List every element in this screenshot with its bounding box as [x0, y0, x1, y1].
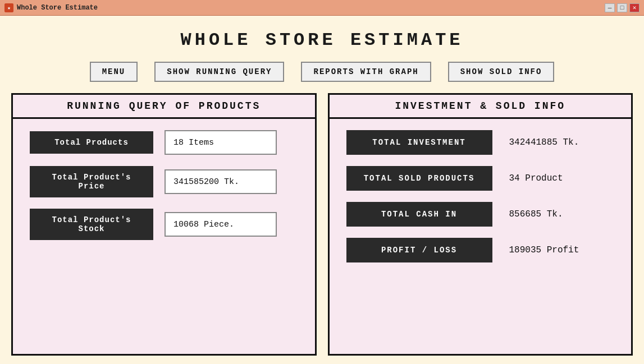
menu-button[interactable]: MENU [90, 62, 138, 82]
toolbar: MENU SHOW RUNNING QUERY REPORTS WITH GRA… [11, 62, 633, 82]
total-products-value: 18 Items [165, 130, 277, 155]
total-products-button[interactable]: Total Products [30, 131, 153, 154]
profit-loss-button[interactable]: PROFIT / LOSS [346, 238, 492, 262]
close-button[interactable]: ✕ [629, 3, 640, 12]
query-row-0: Total Products 18 Items [30, 130, 298, 155]
show-sold-info-button[interactable]: SHOW SOLD INFO [448, 62, 555, 82]
title-bar-left: ★ Whole Store Estimate [4, 3, 98, 12]
app-title: WHOLE STORE ESTIMATE [11, 21, 633, 62]
total-sold-products-value: 34 Product [509, 173, 610, 183]
reports-with-graph-button[interactable]: REPORTS WITH GRAPH [301, 62, 431, 82]
info-row-3: PROFIT / LOSS 189035 Profit [346, 238, 615, 262]
right-panel: INVESTMENT & SOLD INFO TOTAL INVESTMENT … [328, 93, 633, 356]
minimize-button[interactable]: — [605, 3, 615, 12]
title-bar-title: Whole Store Estimate [17, 4, 98, 12]
total-products-stock-button[interactable]: Total Product's Stock [30, 209, 153, 240]
right-panel-body: TOTAL INVESTMENT 342441885 Tk. TOTAL SOL… [330, 119, 632, 354]
total-cash-in-button[interactable]: TOTAL CASH IN [346, 202, 492, 227]
left-panel-body: Total Products 18 Items Total Product's … [13, 119, 315, 354]
info-row-2: TOTAL CASH IN 856685 Tk. [346, 202, 615, 227]
profit-loss-value: 189035 Profit [509, 245, 610, 255]
maximize-button[interactable]: □ [617, 3, 627, 12]
total-investment-button[interactable]: TOTAL INVESTMENT [346, 130, 492, 155]
total-sold-products-button[interactable]: TOTAL SOLD PRODUCTS [346, 166, 492, 191]
total-products-price-value: 341585200 Tk. [165, 169, 277, 194]
query-row-2: Total Product's Stock 10068 Piece. [30, 209, 298, 240]
title-bar-controls: — □ ✕ [605, 3, 640, 12]
left-panel: RUNNING QUERY OF PRODUCTS Total Products… [11, 93, 317, 356]
info-row-1: TOTAL SOLD PRODUCTS 34 Product [346, 166, 615, 191]
show-running-query-button[interactable]: SHOW RUNNING QUERY [154, 62, 284, 82]
total-products-stock-value: 10068 Piece. [165, 212, 277, 237]
panels-container: RUNNING QUERY OF PRODUCTS Total Products… [11, 93, 633, 356]
left-panel-header: RUNNING QUERY OF PRODUCTS [13, 95, 315, 119]
main-content: WHOLE STORE ESTIMATE MENU SHOW RUNNING Q… [0, 16, 644, 364]
right-panel-header: INVESTMENT & SOLD INFO [330, 95, 632, 119]
app-icon: ★ [4, 3, 13, 12]
total-cash-in-value: 856685 Tk. [509, 209, 610, 219]
title-bar: ★ Whole Store Estimate — □ ✕ [0, 0, 644, 16]
query-row-1: Total Product's Price 341585200 Tk. [30, 166, 298, 197]
total-products-price-button[interactable]: Total Product's Price [30, 166, 153, 197]
total-investment-value: 342441885 Tk. [509, 137, 610, 148]
info-row-0: TOTAL INVESTMENT 342441885 Tk. [346, 130, 615, 155]
